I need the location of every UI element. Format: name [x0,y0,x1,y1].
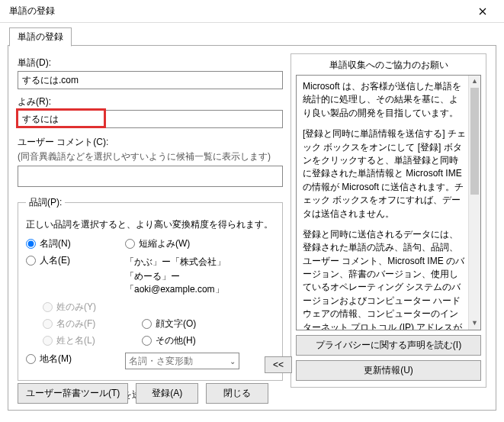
chevron-down-icon: ⌄ [230,357,236,366]
tab-register[interactable]: 単語の登録 [9,27,72,47]
radio-sei-only: 姓のみ(Y) [43,301,96,314]
comment-input[interactable] [18,166,283,187]
info-scrollbox: Microsoft は、お客様が送信した単語を統計的に処理し、その結果を基に、よ… [296,75,481,330]
radio-noun[interactable]: 名詞(N) [26,237,71,250]
collapse-button[interactable]: << [265,356,292,373]
radio-personname[interactable]: 人名(E) [26,254,70,267]
other-combo: 名詞・さ変形動 ⌄ [125,353,239,369]
info-p2: [登録と同時に単語情報を送信する] チェック ボックスをオンにして [登録] ボ… [303,127,467,221]
radio-sei-mei: 姓と名(L) [43,334,95,347]
yomi-label: よみ(R): [18,95,283,108]
radio-short[interactable]: 短縮よみ(W) [125,237,190,250]
radio-place[interactable]: 地名(M) [26,353,72,366]
short-example-1: 「かぶ」ー「株式会社」 [125,256,274,269]
info-p1: Microsoft は、お客様が送信した単語を統計的に処理し、その結果を基に、よ… [303,80,467,120]
pos-legend: 品詞(P): [26,196,65,209]
window-title: 単語の登録 [6,5,467,18]
user-dict-tool-button[interactable]: ユーザー辞書ツール(T) [18,383,128,404]
radio-mei-only: 名のみ(F) [43,317,95,330]
close-icon[interactable] [467,1,498,22]
word-label: 単語(D): [18,56,283,69]
comment-hint: (同音異義語などを選択しやすいように候補一覧に表示します) [18,150,283,163]
yomi-input[interactable] [18,110,283,128]
info-group: 単語収集へのご協力のお願い Microsoft は、お客様が送信した単語を統計的… [291,53,486,388]
comment-label: ユーザー コメント(C): [18,136,283,149]
radio-kaomoji[interactable]: 顔文字(O) [142,317,196,330]
scroll-up-icon[interactable]: ▲ [469,76,480,88]
scroll-down-icon[interactable]: ▼ [469,317,480,330]
titlebar: 単語の登録 [0,0,504,23]
privacy-button[interactable]: プライバシーに関する声明を読む(I) [296,335,481,356]
register-button[interactable]: 登録(A) [136,383,198,404]
short-example-2: 「めーる」ー「aoki@example.com」 [125,270,274,296]
pos-desc: 正しい品詞を選択すると、より高い変換精度を得られます。 [26,218,274,231]
word-input[interactable] [18,71,283,89]
pos-fieldset: 品詞(P): 正しい品詞を選択すると、より高い変換精度を得られます。 名詞(N)… [18,196,283,381]
scroll-thumb[interactable] [470,88,479,195]
scrollbar[interactable]: ▲ ▼ [468,76,480,330]
radio-other[interactable]: その他(H) [142,334,196,347]
update-info-button[interactable]: 更新情報(U) [296,360,481,381]
close-button[interactable]: 閉じる [206,383,268,404]
info-p3: 登録と同時に送信されるデータには、登録された単語の読み、語句、品詞、ユーザー コ… [303,228,467,330]
info-title: 単語収集へのご協力のお願い [296,59,481,75]
